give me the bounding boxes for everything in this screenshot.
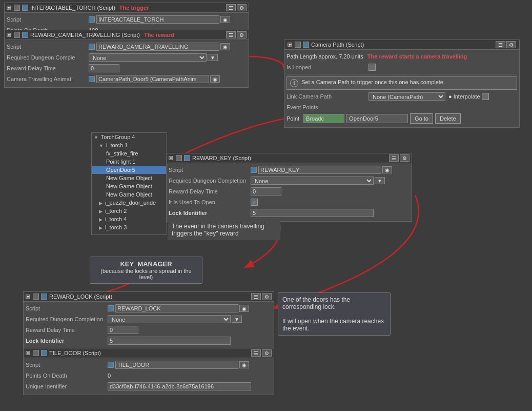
panel-tag: The trigger (119, 5, 149, 11)
camera-path-header: ▼ Camera Path (Script) ☰ ⚙ (284, 40, 519, 50)
panel-menu-btn[interactable]: ☰ (251, 349, 261, 357)
is-looped-checkbox[interactable] (369, 64, 376, 71)
panel-title: Camera Path (Script) (311, 42, 364, 48)
collapse-arrow[interactable]: ▼ (288, 43, 292, 47)
unique-label: Unique Identifier (26, 383, 108, 389)
tree-puzzle-door[interactable]: ▶ i_puzzle_door_unde (92, 199, 167, 207)
script-select-btn[interactable]: ◉ (220, 16, 230, 23)
broadcast-text: Broadc (306, 115, 324, 122)
script-input[interactable] (258, 166, 381, 174)
lock-label: Lock Identifier (169, 210, 251, 216)
reward-key-panel: ▼ REWARD_KEY (Script) ☰ ⚙ Script ◉ Requi… (166, 153, 412, 222)
script-field-icon (89, 44, 95, 50)
script-input[interactable] (96, 43, 219, 51)
panel-title: REWARD_CAMERA_TRAVELLING (Script) (30, 32, 140, 38)
interpolate-checkbox[interactable] (482, 93, 489, 100)
tree-point-light[interactable]: Point light 1 (92, 158, 167, 166)
tree-new-obj-2[interactable]: New Game Object (92, 182, 167, 190)
tree-i-torch-4[interactable]: ▶ i_torch 4 (92, 215, 167, 223)
script-input[interactable] (115, 361, 238, 369)
panel-menu-btn[interactable]: ☰ (226, 31, 236, 38)
unique-input[interactable] (108, 382, 251, 390)
script-input[interactable] (96, 15, 219, 24)
points-value: 0 (108, 373, 111, 379)
panel-settings-btn[interactable]: ⚙ (237, 31, 247, 38)
delete-button[interactable]: Delete (435, 113, 461, 124)
panel-settings-btn[interactable]: ⚙ (506, 41, 516, 48)
interpolate-dot: ● (448, 93, 452, 100)
script-icon (41, 293, 47, 300)
lock-id-input[interactable] (108, 337, 231, 345)
script-label: Script (7, 16, 89, 23)
script-icon (184, 155, 190, 161)
key-trigger-text: The event in the camera travelling trigg… (172, 223, 264, 237)
collapse-arrow[interactable]: ▼ (7, 6, 11, 10)
panel-title: REWARD_LOCK (Script) (49, 293, 112, 300)
panel-settings-btn[interactable]: ⚙ (262, 349, 272, 357)
panel-settings-btn[interactable]: ⚙ (262, 293, 272, 300)
reward-annotation: The reward starts a camera travelling (367, 53, 467, 60)
dungeon-expand-btn[interactable]: ▼ (208, 54, 218, 61)
link-camera-dropdown[interactable]: None (CameraPath) (369, 92, 445, 101)
script-select-btn[interactable]: ◉ (239, 361, 249, 368)
tree-i-torch-2[interactable]: ▶ i_torch 2 (92, 207, 167, 215)
is-looped-label: Is Looped (287, 64, 369, 70)
delay-input[interactable] (251, 187, 281, 195)
delay-input[interactable] (89, 64, 119, 72)
collapse-arrow[interactable]: ▼ (7, 33, 11, 37)
dungeon-label: Required Dungeon Completion (26, 316, 108, 322)
camera-path-panel: ▼ Camera Path (Script) ☰ ⚙ Path Length a… (284, 40, 520, 128)
script-field-icon (251, 167, 257, 173)
reward-camera-panel: ▼ REWARD_CAMERA_TRAVELLING (Script) The … (4, 30, 249, 88)
tile-door-header: ▼ TILE_DOOR (Script) ☰ ⚙ (24, 348, 274, 358)
script-select-btn[interactable]: ◉ (239, 305, 249, 312)
delay-input[interactable] (108, 326, 138, 334)
info-icon: ℹ (290, 79, 298, 87)
broadcast-input[interactable]: Broadc (303, 114, 344, 123)
tree-torchgroup4[interactable]: ▼ TorchGroup 4 (92, 133, 167, 141)
tree-opendoor5[interactable]: OpenDoor5 (92, 166, 167, 174)
panel-menu-btn[interactable]: ☰ (251, 293, 261, 300)
panel-menu-btn[interactable]: ☰ (389, 154, 399, 162)
tree-fx-strike[interactable]: fx_strike_fire (92, 149, 167, 158)
script-label: Script (26, 305, 108, 311)
collapse-arrow[interactable]: ▼ (26, 351, 30, 355)
tree-new-obj-3[interactable]: New Game Object (92, 190, 167, 199)
collapse-arrow[interactable]: ▼ (26, 295, 30, 299)
panel-menu-btn[interactable]: ☰ (226, 4, 236, 11)
reward-key-header: ▼ REWARD_KEY (Script) ☰ ⚙ (167, 153, 412, 163)
delay-label: Reward Delay Time (26, 327, 108, 333)
dungeon-dropdown[interactable]: None (108, 315, 231, 323)
dungeon-expand-btn[interactable]: ▼ (375, 177, 385, 184)
dungeon-dropdown[interactable]: None (251, 177, 374, 185)
lock-input[interactable] (251, 209, 374, 217)
dungeon-expand-btn[interactable]: ▼ (232, 316, 242, 323)
panel-settings-btn[interactable]: ⚙ (237, 4, 247, 11)
collapse-arrow[interactable]: ▼ (169, 156, 173, 160)
point-label: Point (287, 115, 299, 122)
delay-label: Reward Delay Time (169, 188, 251, 194)
script-input[interactable] (115, 304, 238, 312)
interactable-torch-header: ▼ INTERACTABLE_TORCH (Script) The trigge… (5, 3, 249, 13)
panel-title: INTERACTABLE_TORCH (Script) (30, 5, 115, 11)
script-field-icon (108, 305, 114, 311)
script-select-btn[interactable]: ◉ (382, 166, 392, 173)
panel-settings-btn[interactable]: ⚙ (400, 154, 410, 162)
camera-select-btn[interactable]: ◉ (210, 75, 220, 83)
goto-button[interactable]: Go to (410, 113, 433, 124)
door-lock-line2: It will open when the camera reaches the… (282, 318, 386, 332)
panel-menu-btn[interactable]: ☰ (496, 41, 505, 48)
dungeon-dropdown[interactable]: None (89, 53, 207, 62)
used-checkbox[interactable] (251, 199, 258, 206)
event-value-input[interactable] (346, 114, 408, 123)
tree-i-torch-3[interactable]: ▶ i_torch 3 (92, 223, 167, 231)
tree-i-torch-1[interactable]: ▼ i_torch 1 (92, 141, 167, 149)
tree-new-obj-1[interactable]: New Game Object (92, 174, 167, 182)
reward-camera-body: Script ◉ Required Dungeon Comple None ▼ … (5, 40, 249, 87)
link-camera-label: Link Camera Path (287, 93, 369, 100)
tile-door-body: Script ◉ Points On Death 0 Unique Identi… (24, 358, 274, 395)
camera-field-icon (89, 76, 95, 82)
script-select-btn[interactable]: ◉ (220, 43, 230, 50)
script-label: Script (26, 362, 108, 368)
camera-input[interactable] (96, 75, 209, 83)
